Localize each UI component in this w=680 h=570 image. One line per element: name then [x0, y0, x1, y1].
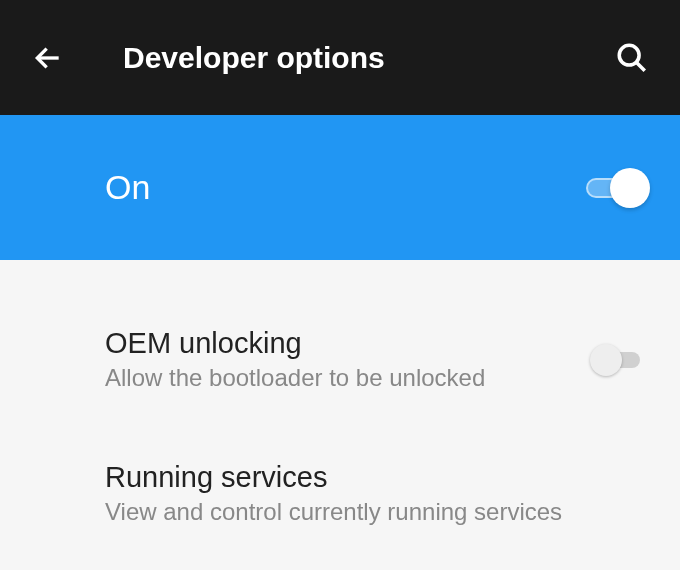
spacer	[0, 404, 680, 449]
setting-title: Running services	[105, 461, 650, 494]
setting-subtitle: Allow the bootloader to be unlocked	[105, 364, 590, 392]
search-button[interactable]	[612, 38, 652, 78]
toggle-thumb	[610, 168, 650, 208]
master-toggle-label: On	[105, 168, 586, 207]
app-header: Developer options	[0, 0, 680, 115]
developer-options-master-toggle[interactable]: On	[0, 115, 680, 260]
oem-unlocking-toggle[interactable]	[590, 342, 650, 378]
svg-line-2	[636, 62, 645, 71]
setting-subtitle: View and control currently running servi…	[105, 498, 650, 526]
svg-point-1	[619, 45, 639, 65]
setting-text: OEM unlocking Allow the bootloader to be…	[105, 327, 590, 392]
toggle-thumb	[590, 344, 622, 376]
setting-oem-unlocking[interactable]: OEM unlocking Allow the bootloader to be…	[0, 315, 680, 404]
setting-title: OEM unlocking	[105, 327, 590, 360]
page-title: Developer options	[123, 41, 612, 75]
arrow-left-icon	[32, 42, 64, 74]
back-button[interactable]	[28, 38, 68, 78]
toggle-switch-on[interactable]	[586, 168, 650, 208]
setting-running-services[interactable]: Running services View and control curren…	[0, 449, 680, 538]
setting-text: Running services View and control curren…	[105, 461, 650, 526]
settings-list: OEM unlocking Allow the bootloader to be…	[0, 260, 680, 538]
search-icon	[615, 41, 649, 75]
